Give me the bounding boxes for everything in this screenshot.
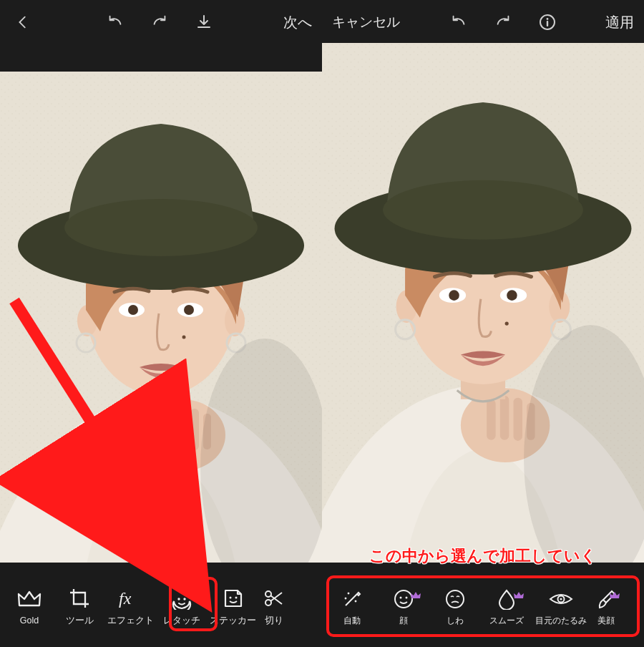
- next-button[interactable]: 次へ: [283, 13, 312, 32]
- tool-label: ツール: [66, 615, 94, 627]
- fx-icon: fx: [119, 586, 143, 610]
- tool-tools[interactable]: ツール: [54, 586, 104, 627]
- download-icon: [195, 14, 213, 31]
- annotation-highlight-retouch: [169, 577, 218, 631]
- canvas[interactable]: [0, 72, 322, 563]
- svg-rect-34: [546, 21, 547, 26]
- cancel-button[interactable]: キャンセル: [332, 13, 400, 31]
- editor-screen-retouch: キャンセル 適用 この中から選んで加工していく 自動: [322, 0, 644, 647]
- download-button[interactable]: [191, 9, 217, 35]
- redo-icon: [150, 14, 169, 30]
- svg-point-27: [229, 596, 231, 598]
- tool-effect[interactable]: fx エフェクト: [104, 586, 157, 627]
- svg-point-28: [235, 596, 237, 598]
- undo-button[interactable]: [102, 9, 128, 35]
- crown-outline-icon: [17, 587, 42, 611]
- sticker-icon: [221, 586, 245, 610]
- tool-label: 切り: [265, 615, 283, 627]
- redo-button[interactable]: [147, 9, 172, 35]
- annotation-caption: この中から選んで加工していく: [322, 545, 644, 567]
- undo-button[interactable]: [446, 9, 472, 35]
- crop-icon: [67, 586, 92, 610]
- tool-gold[interactable]: Gold: [4, 587, 54, 626]
- svg-point-33: [546, 18, 548, 20]
- redo-button[interactable]: [490, 9, 516, 35]
- canvas[interactable]: [322, 43, 644, 563]
- photo-preview: [322, 43, 644, 563]
- top-bar: 次へ: [0, 0, 322, 44]
- back-button[interactable]: [10, 9, 36, 35]
- tool-label: Gold: [20, 616, 39, 626]
- info-button[interactable]: [535, 9, 560, 35]
- annotation-highlight-retouch-bar: [326, 575, 640, 637]
- svg-text:fx: fx: [119, 589, 132, 608]
- top-bar: キャンセル 適用: [322, 0, 644, 44]
- tool-label: エフェクト: [107, 615, 154, 627]
- scissors-icon: [262, 586, 286, 610]
- chevron-left-icon: [15, 14, 31, 30]
- undo-icon: [106, 14, 125, 30]
- bottom-toolbar: Gold ツール fx エフェクト レタッチ: [0, 570, 322, 647]
- apply-button[interactable]: 適用: [605, 13, 634, 32]
- redo-icon: [494, 14, 512, 30]
- tool-crop-partial[interactable]: 切り: [259, 586, 289, 627]
- editor-screen-main: 次へ Gold ツール fx エフェクト: [0, 0, 322, 647]
- photo-preview: [0, 72, 322, 563]
- info-icon: [539, 14, 556, 31]
- undo-icon: [449, 14, 468, 30]
